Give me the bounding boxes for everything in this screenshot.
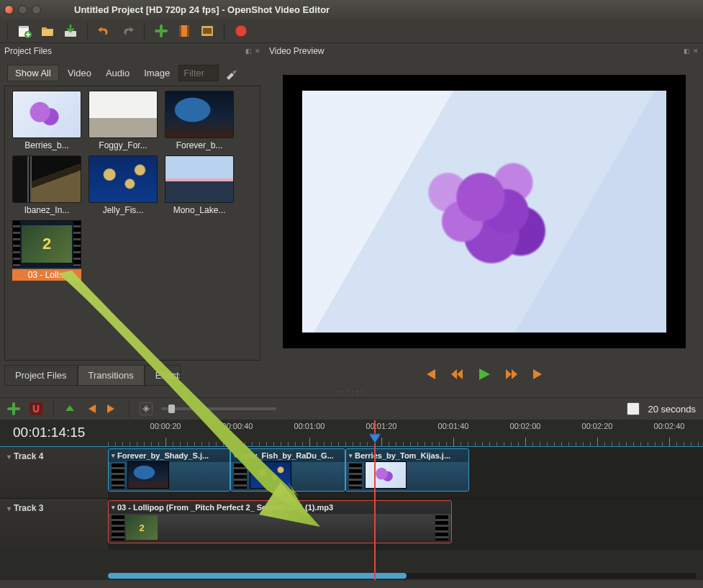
timeline-track[interactable]: ▾Track 3 ▾03 - Lollipop (From _Pitch Per…: [0, 498, 703, 550]
clip-thumbnail: 2: [126, 515, 158, 540]
undo-button[interactable]: [96, 23, 112, 39]
clip-thumbnail: [365, 461, 407, 489]
video-clip[interactable]: ▾Forever_by_Shady_S.j...: [108, 448, 230, 492]
zoom-slider-knob[interactable]: [168, 404, 175, 413]
file-name-label: Mono_Lake...: [165, 204, 234, 216]
svg-rect-6: [187, 25, 189, 37]
file-name-label: Foggy_For...: [89, 140, 158, 151]
project-file-item[interactable]: Jelly_Fis...: [87, 155, 159, 216]
filter-show-all-button[interactable]: Show All: [7, 65, 59, 81]
video-preview-frame[interactable]: [283, 75, 686, 348]
panel-close-icon[interactable]: ✕: [693, 48, 699, 55]
file-thumbnail: [165, 155, 234, 203]
timeline-ruler[interactable]: 00:01:14:15 00:00:2000:00:4000:01:0000:0…: [0, 420, 703, 446]
audio-clip[interactable]: ▾03 - Lollipop (From _Pitch Perfect 2_ S…: [108, 500, 452, 543]
clip-label: Jelly_Fish_by_RaDu_G...: [240, 451, 334, 460]
video-preview-area: [265, 59, 703, 363]
track-expand-icon[interactable]: ▾: [7, 505, 11, 512]
export-video-button[interactable]: [233, 23, 249, 39]
clip-thumbnail: [250, 461, 291, 489]
window-buttons: [4, 5, 41, 14]
left-panel-tabs: Project Files Transitions Effects: [0, 362, 265, 389]
video-preview-image: [302, 91, 666, 333]
scrollbar-thumb[interactable]: [108, 573, 407, 579]
snapping-button[interactable]: [29, 402, 43, 416]
track-name: Track 4: [14, 451, 43, 461]
window-maximize-button[interactable]: [32, 5, 41, 14]
project-files-panel: Project Files ◧✕ Show All Video Audio Im…: [0, 43, 265, 389]
tab-project-files[interactable]: Project Files: [4, 365, 78, 386]
main-toolbar: [0, 19, 703, 43]
zoom-slider[interactable]: [161, 407, 276, 410]
filter-input[interactable]: [178, 65, 219, 81]
next-marker-button[interactable]: [106, 404, 119, 414]
project-file-item[interactable]: Ibanez_In...: [11, 155, 83, 216]
window-close-button[interactable]: [4, 5, 14, 14]
timeline-horizontal-scrollbar[interactable]: [108, 573, 696, 579]
previous-marker-button[interactable]: [84, 404, 97, 414]
clip-label: 03 - Lollipop (From _Pitch Perfect 2_ So…: [117, 503, 333, 512]
timeline-toolbar: 20 seconds: [0, 397, 703, 420]
filter-image-button[interactable]: Image: [138, 65, 176, 81]
add-marker-button[interactable]: [64, 404, 76, 414]
fast-forward-button[interactable]: [504, 368, 519, 380]
rewind-button[interactable]: [450, 368, 464, 380]
fullscreen-button[interactable]: [199, 23, 215, 39]
new-project-button[interactable]: [17, 23, 32, 39]
clip-header: ▾Forever_by_Shady_S.j...: [109, 449, 230, 462]
panel-drag-handle[interactable]: ::::::: [0, 389, 703, 397]
video-clip[interactable]: ▾Jelly_Fish_by_RaDu_G...: [230, 448, 345, 492]
project-file-item[interactable]: Forever_b...: [163, 91, 235, 151]
open-project-button[interactable]: [40, 23, 55, 39]
video-clip[interactable]: ▾Berries_by_Tom_Kijas.j...: [345, 448, 469, 492]
project-file-item[interactable]: Berries_b...: [11, 91, 83, 151]
file-thumbnail: [89, 155, 158, 203]
window-title: Untitled Project [HD 720p 24 fps] - Open…: [74, 4, 330, 15]
playback-controls: [265, 363, 703, 389]
timeline-track[interactable]: ▾Track 4 ▾Forever_by_Shady_S.j...▾Jelly_…: [0, 446, 703, 498]
project-file-item[interactable]: 203 - Loll...: [11, 220, 83, 281]
project-files-grid[interactable]: Berries_b...Foggy_For...Forever_b...Iban…: [4, 86, 260, 361]
file-thumbnail: [165, 91, 234, 138]
file-thumbnail: [89, 91, 158, 138]
project-file-item[interactable]: Foggy_For...: [87, 91, 159, 151]
tab-transitions[interactable]: Transitions: [78, 365, 145, 386]
track-body[interactable]: ▾03 - Lollipop (From _Pitch Perfect 2_ S…: [108, 499, 703, 550]
track-header[interactable]: ▾Track 3: [0, 499, 108, 550]
profile-button[interactable]: [176, 23, 192, 39]
panel-float-icon[interactable]: ◧: [684, 48, 690, 55]
clear-filter-icon[interactable]: [224, 67, 237, 80]
project-file-item[interactable]: Mono_Lake...: [163, 155, 235, 216]
file-thumbnail: [12, 155, 81, 203]
panel-float-icon[interactable]: ◧: [245, 48, 252, 55]
svg-rect-1: [19, 26, 29, 28]
file-name-label: Ibanez_In...: [12, 204, 81, 216]
panel-close-icon[interactable]: ✕: [255, 48, 260, 55]
file-name-label: Berries_b...: [12, 140, 81, 151]
clip-header: ▾03 - Lollipop (From _Pitch Perfect 2_ S…: [109, 501, 451, 514]
window-titlebar: Untitled Project [HD 720p 24 fps] - Open…: [0, 0, 703, 19]
svg-rect-8: [203, 28, 212, 34]
track-header[interactable]: ▾Track 4: [0, 447, 108, 498]
filter-video-button[interactable]: Video: [62, 65, 97, 81]
play-button[interactable]: [477, 368, 491, 381]
track-expand-icon[interactable]: ▾: [7, 453, 11, 461]
redo-button[interactable]: [119, 23, 135, 39]
zoom-label: 20 seconds: [648, 404, 697, 415]
zoom-scale-icon[interactable]: [627, 402, 640, 415]
jump-start-button[interactable]: [422, 368, 437, 380]
add-track-button[interactable]: [7, 402, 20, 415]
clip-header: ▾Jelly_Fish_by_RaDu_G...: [231, 449, 345, 462]
filter-audio-button[interactable]: Audio: [100, 65, 135, 81]
tab-effects[interactable]: Effects: [145, 365, 181, 386]
save-project-button[interactable]: [63, 23, 78, 39]
jump-end-button[interactable]: [532, 368, 546, 380]
track-body[interactable]: ▾Forever_by_Shady_S.j...▾Jelly_Fish_by_R…: [108, 447, 703, 498]
import-files-button[interactable]: [153, 23, 169, 39]
center-playhead-button[interactable]: [140, 402, 153, 415]
clip-thumbnail: [127, 461, 169, 489]
file-name-label: Jelly_Fis...: [89, 204, 158, 216]
window-minimize-button[interactable]: [18, 5, 27, 14]
timeline: 00:01:14:15 00:00:2000:00:4000:01:0000:0…: [0, 420, 703, 580]
file-thumbnail: 2: [12, 220, 81, 268]
